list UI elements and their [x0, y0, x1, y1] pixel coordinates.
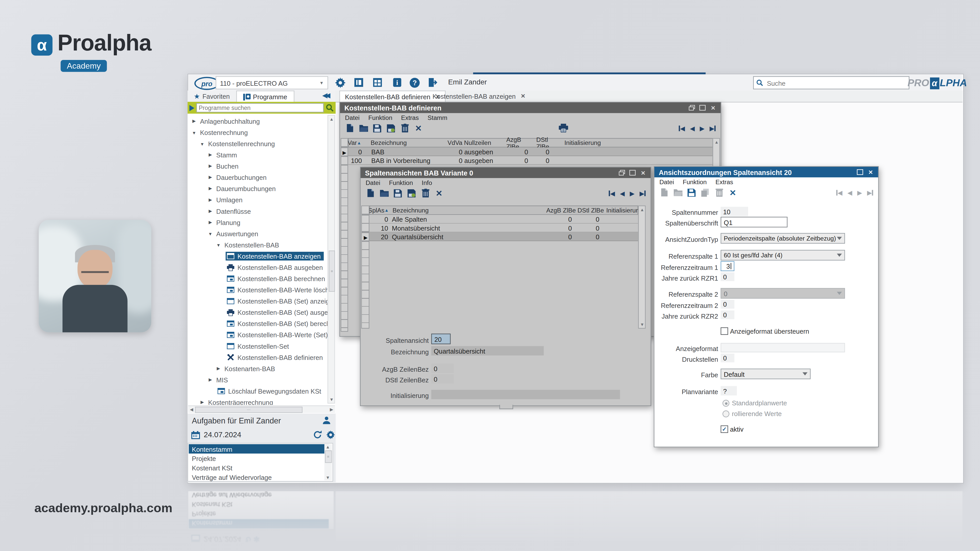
- menu-funktion[interactable]: Funktion: [682, 178, 707, 185]
- checkbox-aktiv-checked[interactable]: ✓: [721, 426, 728, 433]
- menu-stamm[interactable]: Stamm: [428, 114, 447, 121]
- close-icon[interactable]: ✕: [867, 169, 873, 175]
- tree-item[interactable]: ▶Kostenträgerrechnung: [191, 397, 273, 405]
- save-refresh-icon[interactable]: [407, 188, 416, 198]
- tree-item[interactable]: ▶Datenflüsse: [191, 206, 251, 216]
- scroll-up-icon[interactable]: ▲: [328, 117, 335, 121]
- tree-item[interactable]: Löschlauf Bewegungsdaten KSt: [191, 386, 321, 396]
- delete-trash-icon[interactable]: [714, 188, 724, 197]
- field-referenzzeitraum1-focused[interactable]: 3: [721, 261, 735, 271]
- scroll-down-icon[interactable]: ▼: [328, 397, 335, 402]
- task-item[interactable]: Verträge auf Wiedervorlage: [189, 472, 329, 482]
- refresh-icon[interactable]: [313, 430, 322, 439]
- next-record-icon[interactable]: ▶: [857, 189, 862, 196]
- menu-funktion[interactable]: Funktion: [368, 114, 392, 121]
- last-record-icon[interactable]: ▶: [640, 189, 646, 197]
- panel-view-icon[interactable]: [352, 76, 365, 89]
- table-row[interactable]: 0 Alle Spalten 0 0: [369, 215, 638, 224]
- scrollbar-thumb[interactable]: ≡: [329, 251, 335, 292]
- menu-datei[interactable]: Datei: [366, 179, 380, 186]
- new-icon[interactable]: [345, 124, 355, 133]
- window2-table-header[interactable]: SplAs▲ Bezeichnung AzgB ZlBe DStl ZlBe I…: [369, 206, 638, 215]
- field-planvariante[interactable]: ?: [721, 386, 737, 395]
- prev-record-icon[interactable]: ◀: [690, 125, 695, 132]
- tab-programme[interactable]: Programme: [236, 91, 294, 103]
- delete-trash-icon[interactable]: [421, 188, 430, 198]
- menu-funktion[interactable]: Funktion: [389, 179, 413, 186]
- prev-record-icon[interactable]: ◀: [620, 189, 625, 197]
- close-icon[interactable]: ✕: [710, 105, 716, 110]
- tree-item[interactable]: ▶Planung: [191, 218, 240, 227]
- new-icon[interactable]: [366, 188, 375, 198]
- tree-item[interactable]: ▶Umlagen: [191, 195, 242, 205]
- cancel-icon[interactable]: ✕: [414, 124, 423, 133]
- tree-item[interactable]: Kostenstellen-BAB berechnen: [191, 274, 325, 284]
- field-spaltenansicht[interactable]: 20: [431, 333, 451, 345]
- first-record-icon[interactable]: ◀: [836, 189, 842, 196]
- first-record-icon[interactable]: ◀: [679, 125, 685, 132]
- window2-table-scrollbar[interactable]: ▲ ▼: [638, 206, 646, 329]
- row-selector[interactable]: ▶: [341, 148, 348, 156]
- scroll-right-icon[interactable]: ▶: [328, 407, 335, 412]
- field-azgb-zeilenbez[interactable]: 0: [431, 364, 454, 373]
- table-row[interactable]: 0 BAB 0 ausgeben 0 0: [348, 148, 713, 156]
- program-search-input[interactable]: [196, 103, 324, 113]
- new-icon[interactable]: [659, 188, 669, 197]
- scroll-up-icon[interactable]: ▲: [713, 140, 720, 144]
- print-icon[interactable]: [558, 124, 568, 133]
- menu-extras[interactable]: Extras: [401, 114, 419, 121]
- last-record-icon[interactable]: ▶: [710, 125, 716, 132]
- save-icon[interactable]: [372, 124, 382, 133]
- first-record-icon[interactable]: ◀: [609, 189, 615, 197]
- gear-icon[interactable]: [326, 430, 335, 439]
- field-jahre-zurueck-rzr2[interactable]: 0: [721, 310, 735, 319]
- field-bezeichnung[interactable]: Quartalsübersicht: [431, 346, 544, 356]
- close-icon[interactable]: ✕: [640, 170, 646, 176]
- field-jahre-zurueck-rzr1[interactable]: 0: [721, 272, 735, 281]
- window1-table-header[interactable]: Var▲ Bezeichnung VdVa Nullzeilen AzgB Zl…: [348, 138, 713, 148]
- tree-item[interactable]: ▶Dauerbuchungen: [191, 172, 266, 183]
- field-initialisierung[interactable]: [431, 390, 620, 399]
- menu-datei[interactable]: Datei: [659, 178, 674, 185]
- cancel-icon[interactable]: ✕: [728, 188, 738, 197]
- current-date[interactable]: 24.07.2024: [204, 430, 241, 439]
- tree-item[interactable]: Kostenstellen-BAB definieren: [191, 352, 323, 362]
- scroll-down-icon[interactable]: ▼: [325, 475, 331, 480]
- field-spaltenueberschrift[interactable]: Q1: [721, 217, 788, 227]
- menu-extras[interactable]: Extras: [715, 178, 733, 185]
- tree-vertical-scrollbar[interactable]: ▲ ≡ ▼: [328, 115, 335, 403]
- task-item[interactable]: Kontenstamm: [189, 444, 329, 454]
- open-folder-icon[interactable]: [673, 188, 682, 197]
- tree-item[interactable]: ▶MIS: [191, 375, 228, 385]
- calendar-icon[interactable]: [191, 431, 200, 439]
- scroll-up-icon[interactable]: ▲: [639, 207, 646, 212]
- menu-info[interactable]: Info: [422, 179, 432, 186]
- maximize-icon[interactable]: [699, 105, 705, 110]
- checkbox-anzeigeformat-uebersteuern[interactable]: [721, 327, 728, 335]
- layout-view-icon[interactable]: [371, 76, 384, 89]
- field-referenzzeitraum2[interactable]: 0: [721, 300, 735, 309]
- tree-item[interactable]: ▶Dauerumbuchungen: [191, 184, 275, 194]
- search-icon[interactable]: [326, 104, 334, 112]
- tab-favoriten[interactable]: ★ Favoriten: [188, 91, 236, 102]
- restore-icon[interactable]: [619, 170, 625, 176]
- scrollbar-thumb[interactable]: ⋯: [195, 407, 302, 413]
- table-row[interactable]: 10 Monatsübersicht 0 0: [369, 224, 638, 232]
- cancel-icon[interactable]: ✕: [434, 188, 444, 198]
- tree-item[interactable]: Kostenstellen-BAB (Set) ausgeben: [191, 307, 328, 318]
- tree-item[interactable]: Kostenstellen-BAB (Set) anzeigen: [191, 296, 328, 306]
- dropdown-referenzspalte1[interactable]: 60 Ist ges/lfd Jahr (4): [721, 250, 845, 261]
- tree-item[interactable]: ▶Kostenarten-BAB: [191, 364, 275, 373]
- tasks-scrollbar[interactable]: ▲ ≡ ▼: [325, 444, 332, 480]
- tree-item[interactable]: ▼Kostenstellen-BAB: [191, 240, 279, 250]
- window3-titlebar[interactable]: Ansichtszuordnungen Spaltenansicht 20 ✕: [654, 167, 878, 178]
- company-select[interactable]: 110 - proELECTRO AG ▼: [216, 76, 328, 89]
- maximize-icon[interactable]: [629, 170, 635, 176]
- tree-item[interactable]: Kostenstellen-BAB (Set) berechnen: [191, 319, 328, 329]
- tree-item[interactable]: Kostenstellen-Set: [191, 341, 289, 351]
- task-item[interactable]: Kostenart KSt: [189, 463, 329, 472]
- save-icon[interactable]: [393, 188, 402, 198]
- save-icon[interactable]: [687, 188, 696, 197]
- field-dstl-zeilenbez[interactable]: 0: [431, 374, 454, 384]
- tree-item[interactable]: Kostenstellen-BAB ausgeben: [191, 262, 323, 272]
